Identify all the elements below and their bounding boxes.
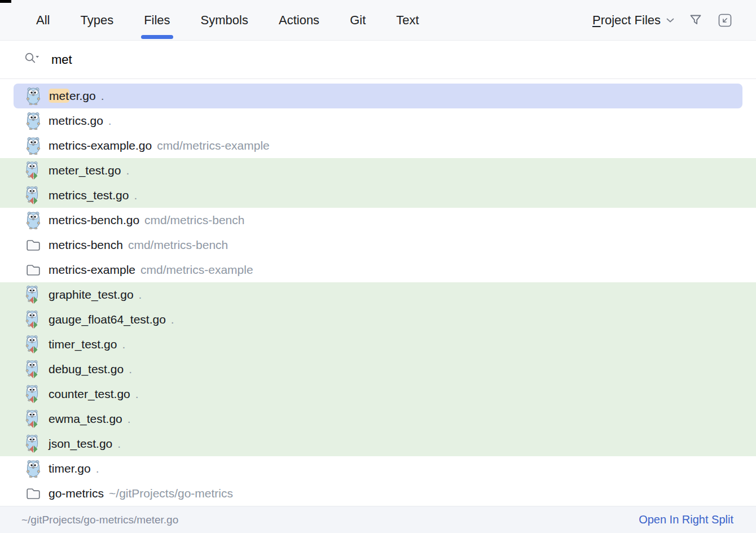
- file-path: .: [128, 412, 131, 426]
- row-icon-slot: [25, 137, 42, 155]
- tab-symbols[interactable]: Symbols: [201, 0, 248, 40]
- file-path: .: [101, 89, 104, 103]
- result-row[interactable]: gauge_float64_test.go .: [0, 307, 756, 332]
- result-row[interactable]: metrics-bench cmd/metrics-bench: [0, 233, 756, 257]
- row-icon-slot: [25, 186, 42, 205]
- results-list: meter.go . metrics.go . metric: [0, 79, 756, 506]
- result-row[interactable]: json_test.go .: [0, 431, 756, 456]
- file-name: meter_test.go: [49, 164, 121, 177]
- result-row[interactable]: metrics-example cmd/metrics-example: [0, 257, 756, 282]
- file-path: .: [129, 362, 132, 376]
- file-path: .: [122, 338, 125, 351]
- scope-label: Project Files: [592, 13, 661, 28]
- go-test-file-icon: [25, 186, 42, 205]
- go-test-file-icon: [25, 434, 42, 453]
- search-everywhere-popup: All Types Files Symbols Actions Git Text…: [0, 0, 756, 533]
- tabbar-right-controls: Project Files: [592, 13, 732, 28]
- tab-actions[interactable]: Actions: [279, 0, 319, 40]
- open-in-right-split-link[interactable]: Open In Right Split: [639, 513, 733, 526]
- filter-icon: [689, 13, 703, 27]
- folder-icon: [25, 238, 41, 252]
- tab-files[interactable]: Files: [144, 0, 170, 40]
- chevron-down-icon: [666, 18, 674, 23]
- result-row[interactable]: go-metrics ~/gitProjects/go-metrics: [0, 481, 756, 506]
- result-row[interactable]: debug_test.go .: [0, 357, 756, 382]
- row-icon-slot: [25, 409, 42, 429]
- file-name: timer.go: [49, 462, 91, 475]
- file-name: graphite_test.go: [49, 288, 134, 302]
- result-row[interactable]: metrics_test.go .: [0, 183, 756, 208]
- result-row[interactable]: metrics-example.go cmd/metrics-example: [0, 133, 756, 158]
- result-row[interactable]: meter_test.go .: [0, 158, 756, 183]
- go-test-file-icon: [25, 161, 42, 180]
- file-name: metrics.go: [49, 114, 103, 128]
- file-name: ewma_test.go: [49, 412, 122, 426]
- window-corner-artifact: [0, 0, 11, 3]
- selected-file-path: ~/gitProjects/go-metrics/meter.go: [21, 514, 178, 526]
- go-test-file-icon: [25, 409, 42, 429]
- file-name: go-metrics: [49, 487, 104, 500]
- file-path: cmd/metrics-bench: [128, 238, 228, 252]
- file-path: .: [108, 114, 112, 128]
- result-row[interactable]: metrics.go .: [0, 108, 756, 133]
- go-test-file-icon: [25, 360, 42, 379]
- result-row[interactable]: counter_test.go .: [0, 382, 756, 407]
- go-file-icon: [25, 87, 41, 105]
- filter-button[interactable]: [689, 13, 703, 27]
- row-icon-slot: [25, 385, 42, 404]
- result-row[interactable]: timer_test.go .: [0, 332, 756, 357]
- match-highlight: met: [49, 89, 69, 103]
- file-path: cmd/metrics-bench: [144, 213, 244, 227]
- tab-text[interactable]: Text: [396, 0, 419, 40]
- scope-selector[interactable]: Project Files: [592, 13, 674, 28]
- file-name: debug_test.go: [49, 362, 124, 376]
- tab-all[interactable]: All: [36, 0, 50, 40]
- row-icon-slot: [25, 285, 42, 304]
- file-path: .: [135, 387, 139, 401]
- file-name: metrics-bench.go: [49, 213, 139, 227]
- result-row[interactable]: meter.go .: [14, 84, 742, 108]
- file-name: metrics-bench: [49, 238, 123, 252]
- row-icon-slot: [25, 360, 42, 379]
- row-icon-slot: [25, 238, 42, 252]
- file-path: cmd/metrics-example: [157, 139, 270, 152]
- folder-icon: [25, 263, 41, 277]
- open-in-find-window-button[interactable]: [718, 13, 732, 28]
- row-icon-slot: [25, 335, 42, 354]
- go-test-file-icon: [25, 335, 42, 354]
- row-icon-slot: [25, 112, 42, 130]
- file-path: .: [139, 288, 142, 302]
- tab-list: All Types Files Symbols Actions Git Text: [36, 0, 419, 40]
- result-row[interactable]: graphite_test.go .: [0, 282, 756, 307]
- go-test-file-icon: [25, 285, 42, 304]
- file-name: counter_test.go: [49, 387, 130, 401]
- file-name: metrics-example: [49, 263, 135, 277]
- file-path: .: [134, 189, 137, 202]
- search-input[interactable]: [51, 53, 559, 67]
- file-name: metrics-example.go: [49, 139, 152, 152]
- folder-icon: [25, 486, 41, 501]
- file-name: json_test.go: [49, 437, 112, 451]
- go-file-icon: [25, 112, 41, 130]
- go-test-file-icon: [25, 310, 42, 329]
- file-name: timer_test.go: [49, 338, 117, 351]
- file-path: ~/gitProjects/go-metrics: [109, 487, 233, 500]
- open-in-window-icon: [718, 13, 732, 28]
- file-name: gauge_float64_test.go: [49, 313, 166, 326]
- result-row[interactable]: metrics-bench.go cmd/metrics-bench: [0, 208, 756, 233]
- tab-types[interactable]: Types: [80, 0, 113, 40]
- row-icon-slot: [25, 263, 42, 277]
- result-row[interactable]: ewma_test.go .: [0, 407, 756, 431]
- result-row[interactable]: timer.go .: [0, 456, 756, 481]
- file-path: .: [171, 313, 174, 326]
- row-icon-slot: [25, 310, 42, 329]
- go-file-icon: [25, 137, 41, 155]
- file-name: metrics_test.go: [49, 189, 129, 202]
- tab-git[interactable]: Git: [350, 0, 366, 40]
- row-icon-slot: [25, 211, 42, 229]
- search-icon-with-dropdown[interactable]: [24, 51, 41, 68]
- search-everywhere-tabbar: All Types Files Symbols Actions Git Text…: [0, 0, 756, 41]
- row-icon-slot: [25, 434, 42, 453]
- go-file-icon: [25, 460, 41, 478]
- row-icon-slot: [25, 460, 42, 478]
